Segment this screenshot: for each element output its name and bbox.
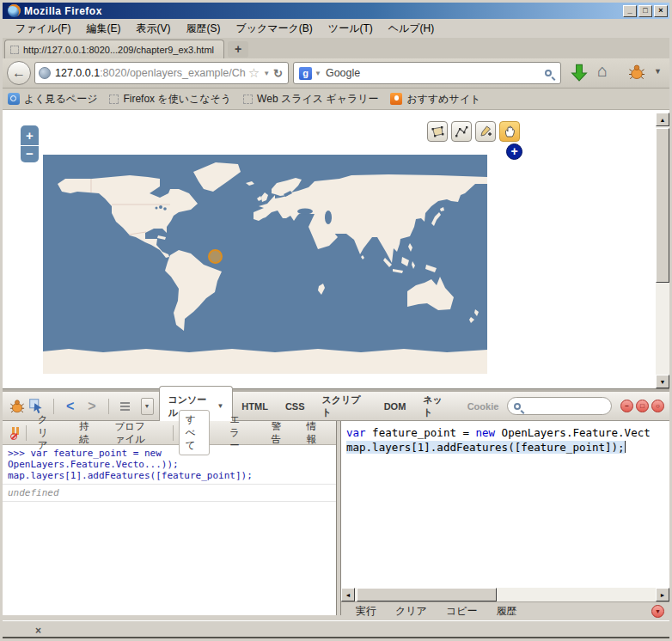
panel-list-icon[interactable] xyxy=(114,402,136,411)
console-command-line: map.layers[1].addFeatures([feature_point… xyxy=(8,470,331,481)
bookmark-suggested-sites[interactable]: おすすめサイト xyxy=(390,92,480,107)
zoom-in-button[interactable]: + xyxy=(21,125,39,145)
firebug-back-icon[interactable]: < xyxy=(59,399,81,414)
close-button[interactable]: × xyxy=(654,5,668,17)
google-logo-icon[interactable]: g xyxy=(299,67,312,80)
command-editor-button-bar: 実行 クリア コピー 履歴 ▼ xyxy=(341,601,669,620)
title-bar[interactable]: Mozilla Firefox _ □ × xyxy=(3,3,669,19)
break-on-errors-icon[interactable] xyxy=(9,426,17,440)
draw-point-tool-icon[interactable] xyxy=(475,121,496,142)
firebug-tab-cookie[interactable]: Cookie xyxy=(459,394,508,419)
bookmark-frequent-pages[interactable]: よく見るページ xyxy=(8,92,97,107)
command-editor[interactable]: var feature_point = new OpenLayers.Featu… xyxy=(341,421,669,588)
search-input[interactable]: Google xyxy=(326,67,545,79)
firebug-detach-window-button[interactable]: □ xyxy=(636,400,649,412)
firebug-menu-icon[interactable] xyxy=(9,399,25,414)
firebug-tab-dom[interactable]: DOM xyxy=(376,394,415,419)
firebug-minimize-button[interactable]: − xyxy=(620,400,633,412)
zoom-out-button[interactable]: − xyxy=(21,146,39,162)
history-button[interactable]: 履歴 xyxy=(488,602,524,620)
scroll-down-icon[interactable]: ▼ xyxy=(656,375,669,388)
tab-bar: http://127.0.0.1:8020...209/chapter9_ex3… xyxy=(3,38,669,58)
console-command-entry[interactable]: >>> var feature_point = new OpenLayers.F… xyxy=(3,445,336,485)
expand-command-line-button[interactable]: ▼ xyxy=(651,605,664,618)
firebug-tab-css[interactable]: CSS xyxy=(277,394,314,419)
separator xyxy=(108,399,109,414)
minimize-button[interactable]: _ xyxy=(623,5,637,17)
separator xyxy=(26,425,27,441)
menu-tools[interactable]: ツール(T) xyxy=(321,19,381,39)
reload-icon[interactable]: ↻ xyxy=(273,67,283,80)
suggested-sites-icon xyxy=(390,93,402,105)
firebug-power-off-button[interactable]: ○ xyxy=(651,400,664,412)
close-addon-bar-icon[interactable]: × xyxy=(35,625,41,637)
menu-help[interactable]: ヘルプ(H) xyxy=(381,19,443,39)
scrollbar-thumb[interactable] xyxy=(357,588,497,601)
url-bar[interactable]: 127.0.0.1 :8020/openlayers_example/Ch ☆ … xyxy=(34,62,289,84)
menu-edit[interactable]: 編集(E) xyxy=(78,19,128,39)
home-button[interactable]: ⌂ xyxy=(597,61,608,81)
layer-switcher-maximize-button[interactable]: + xyxy=(506,143,522,160)
bookmark-label: Firefox を使いこなそう xyxy=(123,92,231,107)
chevron-down-icon: ▼ xyxy=(217,402,223,410)
editor-line-2: map.layers[1].addFeatures([feature_point… xyxy=(346,440,669,455)
editor-horizontal-scrollbar[interactable]: ◄ ► xyxy=(341,588,669,601)
search-box[interactable]: g ▼ Google xyxy=(293,62,561,84)
console-persist-button[interactable]: 持続 xyxy=(73,418,96,449)
map-zoom-control: + − xyxy=(21,125,39,162)
firebug-toolbar-icon[interactable] xyxy=(628,64,645,81)
bookmark-label: Web スライス ギャラリー xyxy=(257,92,378,107)
window-title: Mozilla Firefox xyxy=(24,5,102,17)
bookmark-star-icon[interactable]: ☆ xyxy=(248,65,260,81)
code-text-selected: map.layers[1].addFeatures([feature_point… xyxy=(346,441,625,454)
pan-hand-tool-icon[interactable] xyxy=(499,121,520,142)
menu-history[interactable]: 履歴(S) xyxy=(178,19,228,39)
menu-view[interactable]: 表示(V) xyxy=(128,19,178,39)
world-map-image xyxy=(43,155,487,374)
browser-vertical-scrollbar[interactable]: ▲ ▼ xyxy=(656,113,669,388)
maximize-button[interactable]: □ xyxy=(638,5,652,17)
menu-file[interactable]: ファイル(F) xyxy=(8,19,78,39)
toolbar-overflow-dropdown-icon[interactable]: ▼ xyxy=(654,67,662,76)
bookmark-label: よく見るページ xyxy=(24,92,97,107)
panel-options-dropdown-icon[interactable]: ▼ xyxy=(141,398,154,415)
tab-title: http://127.0.0.1:8020...209/chapter9_ex3… xyxy=(23,45,217,55)
url-dropdown-icon[interactable]: ▼ xyxy=(263,70,270,77)
search-icon xyxy=(514,403,521,410)
downloads-button[interactable] xyxy=(570,64,589,82)
map-feature-point-marker[interactable] xyxy=(208,249,223,264)
site-identity-icon[interactable] xyxy=(39,67,51,79)
openlayers-world-map[interactable] xyxy=(43,155,487,374)
bookmark-web-slice-gallery[interactable]: Web スライス ギャラリー xyxy=(243,92,378,107)
search-engine-dropdown-icon[interactable]: ▼ xyxy=(315,70,321,77)
clear-button[interactable]: クリア xyxy=(388,602,435,620)
console-command-line: >>> var feature_point = new OpenLayers.F… xyxy=(8,448,331,470)
draw-polygon-tool-icon[interactable] xyxy=(427,121,448,142)
console-profile-button[interactable]: プロファイル xyxy=(108,418,156,449)
scroll-left-icon[interactable]: ◄ xyxy=(341,588,355,601)
code-text: OpenLayers.Feature.Vect xyxy=(495,426,651,439)
firebug-forward-icon[interactable]: > xyxy=(81,399,102,414)
menu-bar: ファイル(F) 編集(E) 表示(V) 履歴(S) ブックマーク(B) ツール(… xyxy=(3,19,669,38)
scrollbar-thumb[interactable] xyxy=(656,128,669,283)
draw-line-tool-icon[interactable] xyxy=(451,121,472,142)
copy-button[interactable]: コピー xyxy=(438,602,486,620)
run-button[interactable]: 実行 xyxy=(348,602,384,620)
firebug-search-box[interactable] xyxy=(507,397,612,415)
editor-line-1: var feature_point = new OpenLayers.Featu… xyxy=(346,425,669,440)
scroll-right-icon[interactable]: ► xyxy=(656,588,669,601)
bookmark-getting-started[interactable]: Firefox を使いこなそう xyxy=(109,92,231,107)
back-button[interactable]: ← xyxy=(7,61,31,85)
filter-warnings-button[interactable]: 警告 xyxy=(265,418,288,449)
filter-info-button[interactable]: 情報 xyxy=(301,418,324,449)
page-content: + − xyxy=(3,110,669,388)
browser-tab[interactable]: http://127.0.0.1:8020...209/chapter9_ex3… xyxy=(4,40,224,58)
bookmark-label: おすすめサイト xyxy=(406,92,480,107)
scroll-up-icon[interactable]: ▲ xyxy=(656,113,669,126)
menu-bookmarks[interactable]: ブックマーク(B) xyxy=(228,19,320,39)
keyword: var xyxy=(346,426,366,439)
bookmark-favicon-placeholder-icon xyxy=(243,95,253,104)
search-icon[interactable] xyxy=(545,70,552,76)
new-tab-button[interactable]: + xyxy=(228,41,248,58)
separator xyxy=(173,425,174,441)
